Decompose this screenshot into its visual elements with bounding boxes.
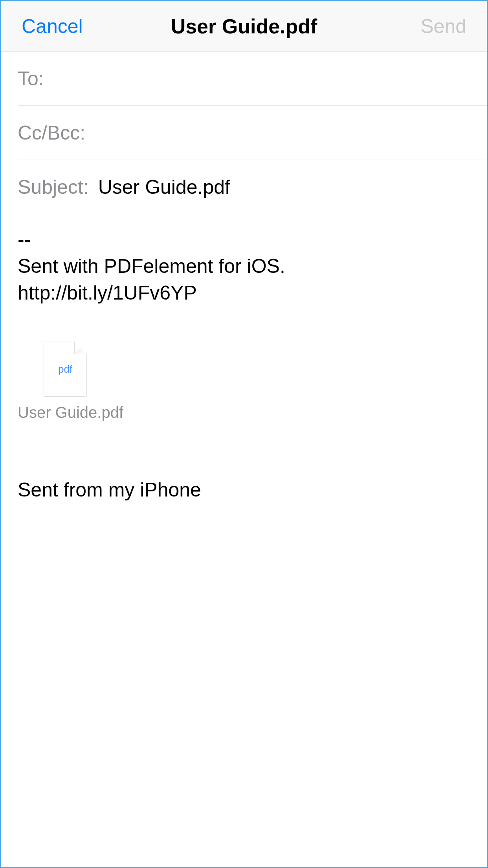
subject-input[interactable]: User Guide.pdf — [98, 176, 230, 199]
pdf-file-icon: pdf — [44, 342, 87, 397]
navbar: Cancel User Guide.pdf Send — [1, 1, 487, 51]
to-input[interactable] — [53, 67, 487, 90]
compose-fields: To: Cc/Bcc: Subject: User Guide.pdf — [1, 51, 487, 214]
cancel-button[interactable]: Cancel — [22, 15, 83, 38]
attachment-filename: User Guide.pdf — [18, 404, 470, 421]
send-button[interactable]: Send — [420, 15, 466, 38]
page-fold-icon — [74, 342, 87, 354]
attachment[interactable]: pdf User Guide.pdf — [18, 342, 470, 421]
file-type-label: pdf — [58, 363, 72, 375]
body-text[interactable]: -- Sent with PDFelement for iOS. http://… — [18, 226, 470, 306]
ccbcc-label: Cc/Bcc: — [18, 121, 85, 144]
ccbcc-input[interactable] — [95, 121, 487, 144]
subject-field-row[interactable]: Subject: User Guide.pdf — [18, 160, 487, 214]
to-field-row[interactable]: To: — [18, 51, 487, 106]
subject-label: Subject: — [18, 176, 89, 199]
to-label: To: — [18, 67, 44, 90]
message-body[interactable]: -- Sent with PDFelement for iOS. http://… — [1, 214, 487, 501]
ccbcc-field-row[interactable]: Cc/Bcc: — [18, 106, 487, 160]
signature-text[interactable]: Sent from my iPhone — [18, 478, 470, 501]
page-title: User Guide.pdf — [171, 15, 317, 38]
